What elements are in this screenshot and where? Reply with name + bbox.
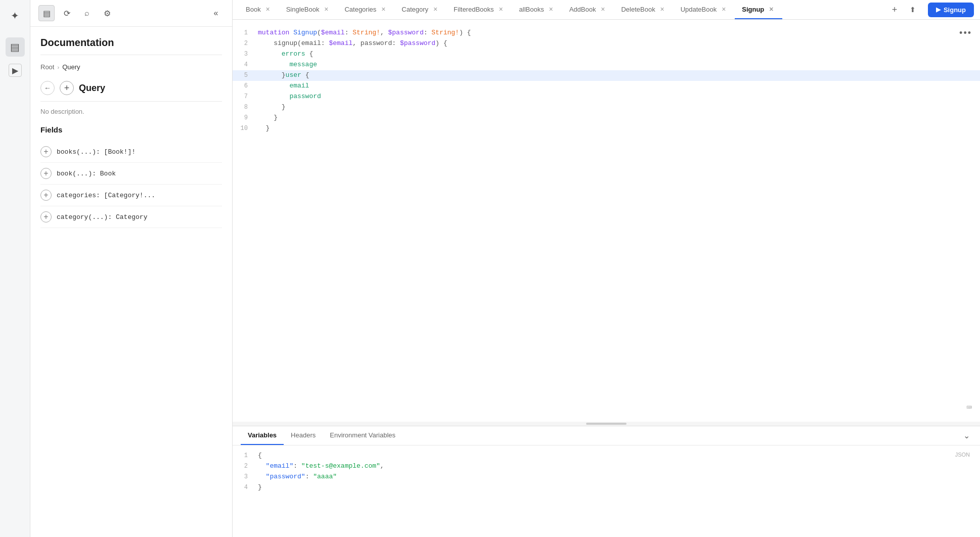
editor-scrollbar-thumb (586, 423, 627, 425)
history-icon: ⟳ (64, 9, 70, 18)
search-btn[interactable]: ⌕ (79, 5, 95, 21)
tab-close-book[interactable]: × (264, 5, 272, 13)
code-part: $password (400, 39, 435, 47)
var-line-number-3: 3 (233, 472, 258, 482)
field-text-categories: categories: [Category!... (57, 192, 155, 199)
breadcrumb-separator: › (57, 64, 59, 70)
tab-updatebook[interactable]: UpdateBook× (674, 0, 735, 19)
var-line-1: 1{ (233, 451, 980, 461)
tab-label-book: Book (246, 6, 261, 13)
field-add-icon-book[interactable]: + (40, 168, 52, 179)
code-part: } (258, 103, 286, 111)
play-icon: ▶ (9, 64, 22, 77)
tab-book[interactable]: Book× (239, 0, 279, 19)
var-line-number-4: 4 (233, 482, 258, 493)
run-label: Signup (944, 6, 966, 14)
code-editor[interactable]: 1mutation Signup($email: String!, $passw… (233, 20, 980, 422)
tab-close-updatebook[interactable]: × (720, 5, 728, 13)
var-tabs-container: VariablesHeadersEnvironment Variables (241, 426, 403, 445)
run-button[interactable]: ▶ Signup (928, 3, 974, 17)
doc-view-btn[interactable]: ▤ (38, 5, 55, 21)
collapse-btn[interactable]: « (208, 5, 224, 21)
tab-close-signup[interactable]: × (767, 5, 775, 13)
tab-close-allbooks[interactable]: × (547, 5, 555, 13)
add-tab-btn[interactable]: + (887, 3, 902, 17)
line-number-4: 4 (233, 60, 258, 70)
field-add-icon-books[interactable]: + (40, 146, 52, 157)
tab-deletebook[interactable]: DeleteBook× (614, 0, 673, 19)
field-add-icon-categories[interactable]: + (40, 190, 52, 201)
code-part: Signup (293, 29, 317, 36)
share-icon: ⬆ (910, 6, 916, 14)
code-line-4: 4 message (233, 60, 980, 70)
var-tab-variables[interactable]: Variables (241, 426, 284, 445)
share-btn[interactable]: ⬆ (906, 3, 920, 17)
tab-close-filteredbooks[interactable]: × (497, 5, 505, 13)
code-part: { (309, 50, 313, 58)
tab-addbook[interactable]: AddBook× (562, 0, 614, 19)
code-line-7: 7 password (233, 92, 980, 102)
more-options-btn[interactable]: ••• (959, 28, 972, 38)
tab-bar: Book×SingleBook×Categories×Category×Filt… (233, 0, 980, 20)
collapse-variables-btn[interactable]: ⌄ (961, 429, 972, 442)
editor-container: 1mutation Signup($email: String!, $passw… (233, 20, 980, 537)
code-part: : (345, 29, 353, 36)
tab-signup[interactable]: Signup× (735, 0, 782, 19)
line-content-5: }user { (258, 70, 980, 81)
line-number-1: 1 (233, 28, 258, 38)
variables-editor[interactable]: 1{2 "email": "test-s@example.com",3 "pas… (233, 445, 980, 536)
code-part: email (258, 82, 309, 89)
query-add-btn[interactable]: + (60, 81, 74, 95)
var-line-content-2: "email": "test-s@example.com", (258, 461, 980, 472)
field-add-icon-category[interactable]: + (40, 211, 52, 222)
code-part: ( (317, 29, 321, 36)
breadcrumb-root[interactable]: Root (40, 63, 54, 71)
json-label: JSON (955, 451, 970, 460)
tab-close-addbook[interactable]: × (599, 5, 607, 13)
variables-tabs: VariablesHeadersEnvironment Variables ⌄ (233, 426, 980, 445)
field-item-book[interactable]: +book(...): Book (40, 163, 222, 185)
play-icon-btn[interactable]: ▶ (6, 61, 25, 80)
var-line-2: 2 "email": "test-s@example.com", (233, 461, 980, 472)
search-icon: ⌕ (84, 9, 90, 18)
tab-close-categories[interactable]: × (379, 5, 387, 13)
settings-btn[interactable]: ⚙ (99, 5, 115, 21)
var-line-4: 4} (233, 482, 980, 493)
tab-singlebook[interactable]: SingleBook× (279, 0, 338, 19)
var-tab-headers[interactable]: Headers (284, 426, 323, 445)
code-line-8: 8 } (233, 102, 980, 113)
tab-close-singlebook[interactable]: × (322, 5, 330, 13)
fields-list: +books(...): [Book!]!+book(...): Book+ca… (40, 141, 222, 228)
field-item-category[interactable]: +category(...): Category (40, 206, 222, 228)
line-content-10: } (258, 123, 980, 134)
fields-title: Fields (40, 125, 222, 134)
tab-filteredbooks[interactable]: FilteredBooks× (447, 0, 512, 19)
code-part: $email (329, 39, 352, 47)
tab-label-updatebook: UpdateBook (681, 6, 717, 13)
var-line-content-1: { (258, 451, 980, 461)
tab-label-singlebook: SingleBook (286, 6, 320, 13)
tab-category[interactable]: Category× (394, 0, 447, 19)
code-part: $email (321, 29, 345, 36)
code-line-5: 5 }user { (233, 70, 980, 81)
var-tab-envvars[interactable]: Environment Variables (323, 426, 403, 445)
code-part: $password (388, 29, 423, 36)
tab-close-category[interactable]: × (431, 5, 439, 13)
tab-allbooks[interactable]: allBooks× (512, 0, 562, 19)
field-text-category: category(...): Category (57, 213, 147, 221)
line-content-2: signup(email: $email, password: $passwor… (258, 38, 980, 49)
tab-close-deletebook[interactable]: × (658, 5, 666, 13)
query-back-btn[interactable]: ← (40, 81, 55, 95)
history-btn[interactable]: ⟳ (59, 5, 75, 21)
code-part: } (258, 114, 278, 121)
field-item-categories[interactable]: +categories: [Category!... (40, 185, 222, 206)
breadcrumb: Root › Query (40, 63, 222, 71)
tab-categories[interactable]: Categories× (337, 0, 394, 19)
editor-scrollbar (233, 422, 980, 426)
document-icon: ▤ (10, 41, 20, 53)
variables-panel: VariablesHeadersEnvironment Variables ⌄ … (233, 426, 980, 537)
line-content-8: } (258, 102, 980, 113)
network-icon-btn[interactable]: ✦ (6, 6, 25, 25)
field-item-books[interactable]: +books(...): [Book!]! (40, 141, 222, 163)
document-icon-btn[interactable]: ▤ (6, 37, 25, 57)
